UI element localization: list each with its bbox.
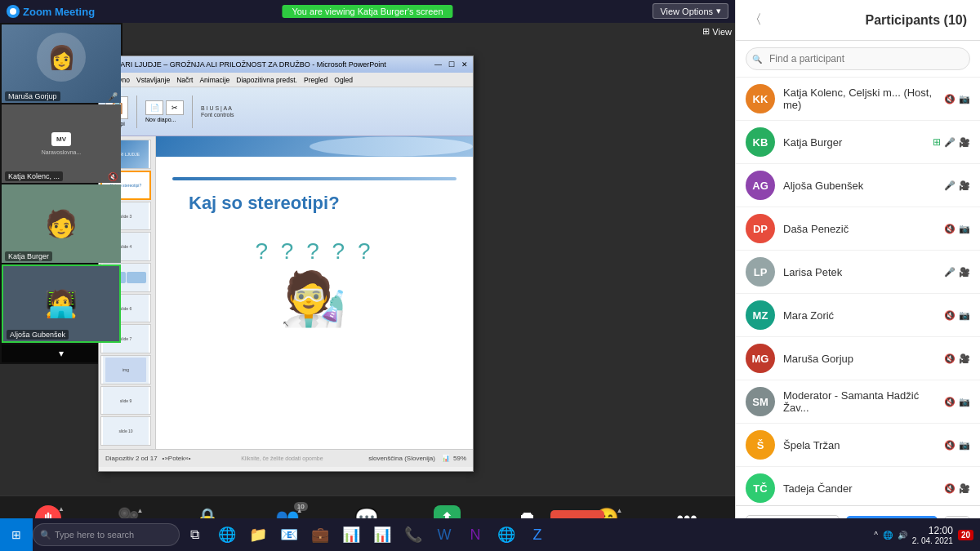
slide-thumb-8[interactable]: 8 img — [100, 355, 151, 384]
taskbar-edge[interactable]: 🌐 — [212, 520, 242, 549]
task-view-button[interactable]: ⧉ — [180, 520, 209, 549]
professor-icon: 🧑‍🔬 — [282, 273, 347, 325]
taskbar-explorer[interactable]: 📁 — [243, 520, 273, 549]
video-cell-3: 🧑 Katja Burger — [2, 184, 121, 263]
taskbar: ⊞ 🔍 Type here to search ⧉ 🌐 📁 📧 💼 📊 📊 📞 … — [0, 518, 980, 551]
taskbar-excel[interactable]: 📊 — [336, 520, 366, 549]
taskbar-word[interactable]: W — [430, 520, 459, 549]
grid-icon: ⊞ — [702, 26, 710, 37]
ppt-restore[interactable]: ☐ — [448, 60, 455, 69]
presentation-area: ⊞ View 🖼 STARI LJUDJE – GROŽNJA ALI PRIL… — [0, 23, 735, 495]
app-title: Zoom Meeting — [23, 6, 95, 18]
participants-panel: 〈 Participants (10) KKKatja Kolenc, Celj… — [735, 0, 980, 551]
mic-icon: 🎤 — [944, 267, 956, 278]
cam-icon: 🎥 — [959, 137, 970, 148]
zoom-logo: Zoom Meeting — [7, 5, 95, 18]
avatar: MZ — [746, 300, 775, 330]
mic-icon: 🔇 — [944, 483, 956, 494]
participant-item[interactable]: AGAljoša Gubenšek🎤🎥 — [736, 164, 980, 207]
taskbar-apps: 🌐 📁 📧 💼 📊 📊 📞 W N 🌐 Z — [209, 520, 867, 549]
cam-icon: 🎥 — [959, 267, 970, 278]
participant-item[interactable]: MGMaruša Gorjup🔇🎥 — [736, 337, 980, 380]
ppt-titlebar: 🖼 STARI LJUDJE – GROŽNJA ALI PRILOŽNOST … — [99, 56, 473, 73]
ppt-minimize[interactable]: — — [434, 60, 442, 69]
participant-name: Katja Kolenc, Celjski m... (Host, me) — [783, 87, 936, 111]
mic-icon: 🎤 — [944, 137, 956, 148]
participant-icons: 🎤🎥 — [944, 267, 970, 278]
reactions-caret[interactable]: ▲ — [617, 507, 623, 514]
participant-item[interactable]: KKKatja Kolenc, Celjski m... (Host, me)🔇… — [736, 78, 980, 121]
mic-icon: 🔇 — [944, 397, 956, 407]
participant-icons: 🔇🎥 — [944, 483, 970, 494]
video-label-4: Aljoša Gubenšek — [7, 330, 69, 340]
video-label-1: Maruša Gorjup — [5, 91, 60, 101]
ppt-content-area: 1 STARI LJUDJE 2 Kaj so stereotipi? 3 sl… — [99, 136, 473, 449]
avatar: KK — [746, 84, 775, 113]
taskbar-clock[interactable]: 12:00 2. 04. 2021 — [912, 525, 953, 545]
slide-count: Diapozitiv 2 od 17 — [105, 455, 158, 462]
participant-item[interactable]: DPDaša Penezič🔇📷 — [736, 207, 980, 251]
search-wrapper — [746, 47, 970, 70]
taskbar-search[interactable]: 🔍 Type here to search — [33, 523, 180, 546]
mic-icon: 🔇 — [944, 310, 956, 321]
viewing-badge: You are viewing Katja Burger's screen — [282, 5, 452, 18]
participant-icons: 🔇📷 — [944, 94, 970, 104]
search-input[interactable] — [746, 47, 970, 70]
ppt-close[interactable]: ✕ — [461, 60, 468, 69]
avatar: Š — [746, 430, 775, 460]
video-mic-icon-2: 🔇 — [108, 172, 118, 181]
cam-icon: 🎥 — [959, 483, 970, 494]
start-button[interactable]: ⊞ — [0, 518, 33, 551]
taskbar-zoom[interactable]: Z — [523, 520, 552, 549]
taskbar-tray: ^ 🌐 🔊 12:00 2. 04. 2021 20 — [867, 525, 980, 545]
video-label-3: Katja Burger — [5, 251, 52, 261]
participant-item[interactable]: TČTadeja Čander🔇🎥 — [736, 467, 980, 505]
tray-volume[interactable]: 🔊 — [898, 531, 907, 540]
ppt-statusbar: Diapozitiv 2 od 17 •»Potek«• Kliknite, č… — [99, 449, 473, 467]
powerpoint-window: 🖼 STARI LJUDJE – GROŽNJA ALI PRILOŽNOST … — [98, 56, 474, 472]
avatar: AG — [746, 171, 775, 200]
participant-icons: 🔇🎥 — [944, 353, 970, 364]
search-bar — [736, 41, 980, 78]
participant-item[interactable]: MZMara Zorić🔇📷 — [736, 294, 980, 337]
participant-item[interactable]: LPLarisa Petek🎤🎥 — [736, 251, 980, 294]
avatar: MG — [746, 344, 775, 373]
svg-point-0 — [10, 8, 16, 15]
taskbar-teams[interactable]: 💼 — [305, 520, 335, 549]
tray-expand[interactable]: ^ — [874, 531, 878, 540]
cam-icon: 🎥 — [959, 180, 970, 191]
view-button[interactable]: ⊞ View — [702, 26, 732, 37]
taskbar-onenote[interactable]: N — [461, 520, 490, 549]
video-cell-1: 👩 Maruša Gorjup 🎤 — [2, 24, 121, 103]
question-marks: ? ? ? ? ? — [256, 238, 374, 264]
slide-thumb-9[interactable]: 9 slide 9 — [100, 386, 151, 415]
participant-item[interactable]: KBKatja Burger⊞🎤🎥 — [736, 121, 980, 164]
participant-list: KKKatja Kolenc, Celjski m... (Host, me)🔇… — [736, 78, 980, 505]
participant-name: Tadeja Čander — [783, 482, 936, 495]
participant-item[interactable]: ŠŠpela Tržan🔇📷 — [736, 424, 980, 467]
unmute-caret[interactable]: ▲ — [58, 505, 65, 513]
cam-icon: 📷 — [959, 440, 970, 451]
taskbar-powerpoint[interactable]: 📊 — [368, 520, 397, 549]
slide-thumb-10[interactable]: 10 slide 10 — [100, 416, 151, 446]
avatar: LP — [746, 257, 775, 287]
video-caret[interactable]: ▲ — [137, 507, 144, 514]
view-options-button[interactable]: View Options ▾ — [653, 3, 728, 19]
taskbar-chrome[interactable]: 🌐 — [492, 520, 521, 549]
participant-name: Maruša Gorjup — [783, 353, 936, 365]
video-cell-2: MV Naravoslovna... Katja Kolenc, ... 🔇 — [2, 104, 121, 183]
panel-collapse-icon[interactable]: 〈 — [749, 11, 762, 29]
panel-title: Participants (10) — [866, 13, 968, 28]
slide-notes: Kliknite, če želite dodati opombe — [196, 455, 369, 461]
participant-name: Daša Penezič — [783, 223, 936, 235]
participant-item[interactable]: SMModerator - Samanta Hadžić Žav...🔇📷 — [736, 380, 980, 424]
cam-icon: 🎥 — [959, 353, 970, 364]
taskbar-outlook[interactable]: 📧 — [274, 520, 304, 549]
cam-icon: 📷 — [959, 94, 970, 104]
mic-icon: 🔇 — [944, 224, 956, 234]
tray-network[interactable]: 🌐 — [883, 531, 893, 540]
main-slide: Kaj so stereotipi? ? ? ? ? ? 🧑‍🔬 ↖ — [156, 136, 473, 449]
participant-icons: 🎤🎥 — [944, 180, 970, 191]
participants-caret[interactable]: ▲ — [296, 507, 303, 514]
taskbar-skype[interactable]: 📞 — [399, 520, 428, 549]
